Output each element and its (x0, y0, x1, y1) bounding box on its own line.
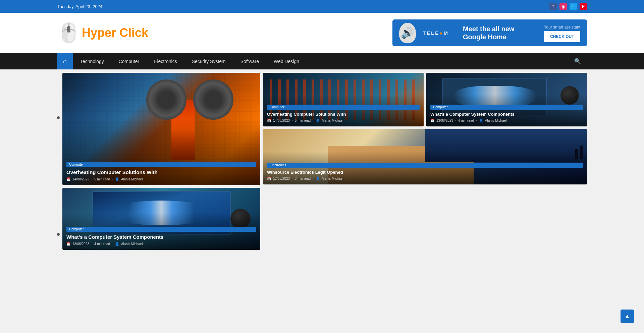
rt-tr2: 4 min read (458, 119, 474, 122)
ad-brand-label: TELE●M (423, 30, 456, 36)
author-tr1: Alanis Michael (322, 119, 343, 122)
au-tr1: 👤 (316, 119, 320, 122)
ad-title: Meet the all new Google Home (463, 25, 537, 41)
ad-banner: 🔊 TELE●M Meet the all new Google Home Yo… (392, 19, 587, 46)
author-br: Alanis Michael (322, 177, 343, 180)
card-meta-br: 📅 12/08/2023 · 3 min read · 👤 Alanis Mic… (267, 177, 583, 180)
ad-brand-section: TELE●M (423, 30, 456, 36)
ad-checkout-button[interactable]: CHECK OUT (544, 31, 580, 42)
sep3: · (91, 242, 92, 246)
article-date-l2: 13/08/2023 (72, 242, 89, 246)
logo[interactable]: 🖱️ Hyper Click (57, 22, 148, 44)
rt-br: 3 min read (295, 177, 311, 180)
card-meta-tr2: 📅 13/08/2023 · 4 min read · 👤 Alanis Mic… (430, 119, 583, 122)
instagram-icon[interactable]: ◉ (559, 3, 567, 10)
card-title-tr2: What's a Computer System Components (430, 112, 583, 117)
card-title-tr1: Overheating Computer Solutions With (267, 112, 420, 117)
card-overlay-br: Electronics Winsource Electronics Legit … (263, 129, 587, 184)
left-column: Computer Overheating Computer Solutions … (62, 73, 260, 250)
author-tr2: Alanis Michael (485, 119, 506, 122)
facebook-icon[interactable]: f (549, 3, 557, 10)
card-title-br: Winsource Electronics Legit Opened (267, 170, 583, 175)
card-overlay-large2: Computer What's a Computer System Compon… (62, 188, 260, 250)
date-br: 12/08/2023 (273, 177, 290, 180)
article-card-tr2[interactable]: Computer What's a Computer System Compon… (426, 73, 587, 126)
main-nav: ⌂ Technology Computer Electronics Securi… (0, 53, 644, 69)
slide-indicator-1[interactable] (57, 116, 60, 119)
article-author-main: Alanis Michael (121, 177, 143, 181)
sep5: · (292, 119, 293, 122)
card-title-main: Overheating Computer Solutions With (66, 169, 256, 176)
sep6: · (313, 119, 314, 122)
ad-subtitle: Your smart assistant (544, 25, 580, 30)
search-icon[interactable]: 🔍 (568, 53, 587, 69)
ad-device-icon: 🔊 (399, 23, 416, 43)
nav-item-software[interactable]: Software (233, 54, 266, 69)
article-date-main: 14/08/2023 (72, 177, 89, 181)
sep7: · (455, 119, 456, 122)
nav-item-computer[interactable]: Computer (111, 54, 147, 69)
calendar-icon: 📅 (66, 177, 70, 181)
card-meta-main: 📅 14/08/2023 · 5 min read · 👤 Alanis Mic… (66, 177, 256, 181)
article-card-br[interactable]: Electronics Winsource Electronics Legit … (263, 129, 587, 184)
sep2: · (112, 177, 113, 181)
sep10: · (313, 177, 314, 180)
author-icon-l2: 👤 (115, 242, 119, 246)
nav-item-technology[interactable]: Technology (73, 54, 111, 69)
article-card-tr1[interactable]: Computer Overheating Computer Solutions … (263, 73, 424, 126)
category-badge-main[interactable]: Computer (66, 162, 256, 167)
article-card-large2[interactable]: Computer What's a Computer System Compon… (62, 188, 260, 250)
date-label: Tuesday, April 23, 2024 (57, 4, 102, 9)
card-overlay-tr2: Computer What's a Computer System Compon… (426, 73, 587, 126)
card-meta-large2: 📅 13/08/2023 · 4 min read · 👤 Alanis Mic… (66, 242, 256, 246)
sep4: · (112, 242, 113, 246)
nav-item-web-design[interactable]: Web Design (266, 54, 307, 69)
cal-tr2: 📅 (430, 119, 434, 122)
cal-br: 📅 (267, 177, 271, 180)
category-badge-br[interactable]: Electronics (267, 163, 583, 168)
date-tr1: 14/08/2023 (273, 119, 290, 122)
right-column: Computer Overheating Computer Solutions … (263, 73, 587, 250)
logo-hand-icon: 🖱️ (57, 22, 80, 44)
articles-grid: Computer Overheating Computer Solutions … (62, 73, 587, 250)
date-tr2: 13/08/2023 (436, 119, 453, 122)
card-title-large2: What's a Computer System Components (66, 234, 256, 240)
logo-text: Hyper Click (82, 26, 148, 40)
nav-home-button[interactable]: ⌂ (57, 53, 73, 69)
au-br: 👤 (316, 177, 320, 180)
category-badge-large2[interactable]: Computer (66, 227, 256, 232)
category-badge-tr1[interactable]: Computer (267, 105, 420, 110)
social-links: f ◉ 🐦 P (549, 3, 587, 10)
card-overlay-tr1: Computer Overheating Computer Solutions … (263, 73, 424, 126)
right-top-row: Computer Overheating Computer Solutions … (263, 73, 587, 126)
calendar-icon-l2: 📅 (66, 242, 70, 246)
slide-indicators (57, 73, 60, 250)
cal-tr1: 📅 (267, 119, 271, 122)
article-card-main-large[interactable]: Computer Overheating Computer Solutions … (62, 73, 260, 185)
nav-item-electronics[interactable]: Electronics (147, 54, 184, 69)
card-overlay-main-large: Computer Overheating Computer Solutions … (62, 73, 260, 185)
article-author-l2: Alanis Michael (121, 242, 143, 246)
slide-indicator-2[interactable] (57, 233, 60, 236)
nav-item-security-system[interactable]: Security System (184, 54, 233, 69)
header: 🖱️ Hyper Click 🔊 TELE●M Meet the all new… (0, 13, 644, 53)
au-tr2: 👤 (479, 119, 483, 122)
ad-text: Meet the all new Google Home (463, 25, 537, 41)
author-icon-main: 👤 (115, 177, 119, 181)
rt-tr1: 5 min read (295, 119, 311, 122)
card-meta-tr1: 📅 14/08/2023 · 5 min read · 👤 Alanis Mic… (267, 119, 420, 122)
category-badge-tr2[interactable]: Computer (430, 105, 583, 110)
twitter-icon[interactable]: 🐦 (570, 3, 577, 10)
main-content: Computer Overheating Computer Solutions … (0, 69, 644, 253)
sep8: · (476, 119, 477, 122)
ad-right: Your smart assistant CHECK OUT (544, 23, 580, 42)
top-bar: Tuesday, April 23, 2024 f ◉ 🐦 P (0, 0, 644, 13)
sep1: · (91, 177, 92, 181)
article-readtime-main: 5 min read (94, 177, 110, 181)
article-readtime-l2: 4 min read (94, 242, 110, 246)
pinterest-icon[interactable]: P (580, 3, 587, 10)
sep9: · (292, 177, 293, 180)
